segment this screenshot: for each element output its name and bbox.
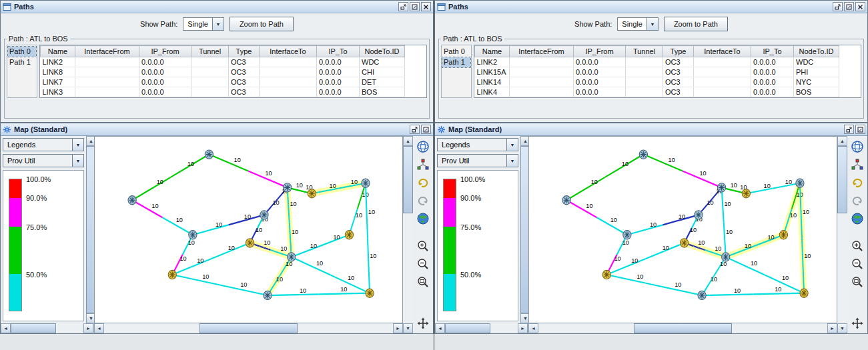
map-edge[interactable] <box>606 275 654 285</box>
close-button[interactable] <box>421 2 431 11</box>
scroll-track[interactable] <box>403 146 413 323</box>
column-header[interactable]: NodeTo.ID <box>360 46 405 57</box>
undo-view-icon[interactable] <box>851 176 864 189</box>
path-node[interactable] <box>779 231 787 239</box>
pan-icon[interactable] <box>416 317 430 330</box>
legends-select[interactable]: Legends ▼ <box>3 138 84 151</box>
router-node[interactable] <box>264 291 272 299</box>
map-edge[interactable] <box>753 293 804 295</box>
paths-titlebar[interactable]: Paths <box>435 1 867 13</box>
map-edge[interactable] <box>132 177 171 200</box>
path-node[interactable] <box>680 239 688 247</box>
zoom-out-icon[interactable] <box>851 257 864 271</box>
path-list-item[interactable]: Path 1 <box>442 57 470 67</box>
minimize-button[interactable] <box>844 125 854 134</box>
router-node[interactable] <box>698 291 706 299</box>
router-node[interactable] <box>722 253 730 261</box>
chevron-down-icon[interactable]: ▼ <box>72 139 83 151</box>
scroll-thumb[interactable] <box>445 323 490 333</box>
map-vscroll[interactable]: ▲ ▼ <box>837 136 847 333</box>
undo-view-icon[interactable] <box>416 176 430 189</box>
zoom-to-path-button[interactable]: Zoom to Path <box>664 17 728 31</box>
topology-legend-icon[interactable] <box>416 158 430 171</box>
column-header[interactable]: NodeTo.ID <box>794 46 839 57</box>
map-edge[interactable] <box>702 294 753 295</box>
table-row[interactable]: LINK40.0.0.0OC30.0.0.0BOS <box>475 87 839 97</box>
map-vscroll[interactable]: ▲ ▼ <box>403 136 413 333</box>
column-header[interactable]: IP_To <box>751 46 794 57</box>
scroll-right-icon[interactable]: ► <box>518 323 528 333</box>
close-button[interactable] <box>855 2 865 11</box>
scroll-right-icon[interactable]: ► <box>827 323 837 333</box>
zoom-selection-icon[interactable] <box>851 275 864 289</box>
legends-select[interactable]: Legends ▼ <box>437 138 518 151</box>
minimize-button[interactable] <box>833 2 843 11</box>
router-node[interactable] <box>284 183 292 192</box>
router-node[interactable] <box>362 179 370 187</box>
scroll-thumb[interactable] <box>837 146 847 213</box>
table-row[interactable]: LINK80.0.0.0OC30.0.0.0CHI <box>41 67 405 77</box>
router-node[interactable] <box>639 150 647 159</box>
column-header[interactable]: Tunnel <box>191 46 229 57</box>
path-node[interactable] <box>246 239 254 247</box>
table-row[interactable]: LINK70.0.0.0OC30.0.0.0DET <box>41 77 405 87</box>
scroll-left-icon[interactable]: ◄ <box>528 323 538 333</box>
map-titlebar[interactable]: Map (Standard) <box>1 123 433 136</box>
path-node[interactable] <box>168 270 176 279</box>
path-node[interactable] <box>308 189 316 198</box>
sidebar-hscroll[interactable]: ◄ ► <box>1 323 93 333</box>
chevron-down-icon[interactable]: ▼ <box>646 18 658 30</box>
zoom-selection-icon[interactable] <box>416 275 430 289</box>
scroll-thumb[interactable] <box>634 323 732 333</box>
map-edge[interactable] <box>319 293 370 295</box>
chevron-down-icon[interactable]: ▼ <box>72 155 83 167</box>
scroll-track[interactable] <box>11 323 83 333</box>
scroll-track[interactable] <box>538 323 827 333</box>
scroll-track[interactable] <box>837 146 847 323</box>
scroll-down-icon[interactable]: ▼ <box>837 323 847 333</box>
maximize-button[interactable] <box>844 2 854 11</box>
util-select[interactable]: Prov Util ▼ <box>3 154 84 167</box>
table-row[interactable]: LINK140.0.0.0OC30.0.0.0NYC <box>475 77 839 87</box>
chevron-down-icon[interactable]: ▼ <box>506 139 518 151</box>
zoom-in-icon[interactable] <box>416 239 430 253</box>
router-node[interactable] <box>562 196 570 205</box>
map-edge[interactable] <box>292 257 331 275</box>
map-edge[interactable] <box>627 225 663 235</box>
table-row[interactable]: LINK30.0.0.0OC30.0.0.0BOS <box>41 87 405 97</box>
scroll-left-icon[interactable]: ◄ <box>1 323 11 333</box>
router-node[interactable] <box>189 231 197 239</box>
redo-view-icon[interactable] <box>416 194 430 207</box>
column-header[interactable]: Name <box>41 46 75 57</box>
scroll-track[interactable] <box>104 323 393 333</box>
maximize-button[interactable] <box>855 125 865 134</box>
scroll-thumb[interactable] <box>199 323 298 333</box>
router-node[interactable] <box>205 150 213 159</box>
chevron-down-icon[interactable]: ▼ <box>212 18 224 30</box>
scroll-right-icon[interactable]: ► <box>83 323 93 333</box>
table-row[interactable]: LINK15A0.0.0.0OC30.0.0.0PHI <box>475 67 839 77</box>
pan-icon[interactable] <box>851 317 864 330</box>
scroll-left-icon[interactable]: ◄ <box>94 323 104 333</box>
scroll-right-icon[interactable]: ► <box>393 323 403 333</box>
router-node[interactable] <box>718 183 726 192</box>
path-node[interactable] <box>742 189 750 198</box>
atlas-globe-icon[interactable] <box>416 140 430 153</box>
topology-map[interactable]: 1010101010101010101010101010101010101010… <box>529 137 837 323</box>
minimize-button[interactable] <box>410 125 420 134</box>
path-node[interactable] <box>602 270 610 279</box>
map-hscroll[interactable]: ◄ ► <box>94 323 403 333</box>
map-titlebar[interactable]: Map (Standard) <box>435 123 867 136</box>
scroll-left-icon[interactable]: ◄ <box>435 323 445 333</box>
maximize-button[interactable] <box>410 2 420 11</box>
scroll-up-icon[interactable]: ▲ <box>837 136 847 146</box>
world-map-icon[interactable] <box>416 212 430 225</box>
map-edge[interactable] <box>726 257 765 275</box>
atlas-globe-icon[interactable] <box>851 140 864 153</box>
topology-legend-icon[interactable] <box>851 158 864 171</box>
path-list-item[interactable]: Path 1 <box>8 57 36 67</box>
router-node[interactable] <box>695 211 703 219</box>
map-canvas[interactable]: 1010101010101010101010101010101010101010… <box>528 136 837 323</box>
topology-map[interactable]: 1010101010101010101010101010101010101010… <box>95 137 402 323</box>
router-node[interactable] <box>623 231 631 239</box>
